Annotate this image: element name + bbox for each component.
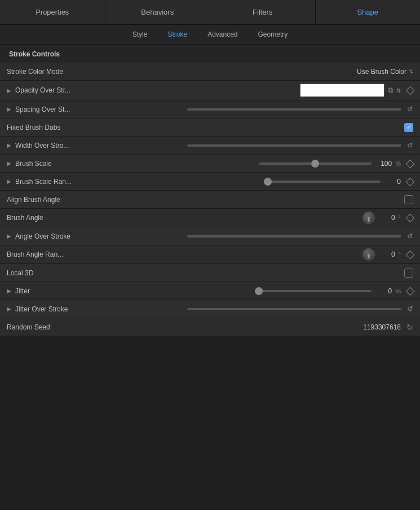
align-brush-angle-checkbox[interactable] — [404, 195, 413, 204]
keyframe-diamond-icon[interactable] — [406, 214, 413, 221]
random-seed-value: 1193307618 — [363, 323, 401, 331]
local-3d-checkbox[interactable] — [404, 269, 413, 278]
jitter-thumb[interactable] — [255, 287, 263, 295]
copy-icon[interactable]: ⧉ — [388, 86, 393, 95]
brush-scale-slider[interactable] — [259, 162, 372, 165]
fixed-brush-dabs-control[interactable]: ✓ — [105, 123, 413, 132]
width-slider[interactable] — [187, 144, 401, 147]
expand-arrow-icon[interactable]: ▶ — [7, 142, 12, 148]
chevron-updown-icon: ⇅ — [409, 68, 413, 74]
brush-scale-range-slider[interactable] — [268, 181, 381, 183]
keyframe-diamond-icon[interactable] — [406, 251, 413, 258]
random-seed-row: Random Seed 1193307618 ↻ — [0, 318, 420, 336]
brush-scale-label: ▶ Brush Scale — [7, 160, 105, 168]
expand-arrow-icon[interactable]: ▶ — [7, 288, 12, 294]
jitter-over-stroke-label: ▶ Jitter Over Stroke — [7, 305, 105, 313]
refresh-icon[interactable]: ↻ — [406, 323, 413, 332]
opacity-color-swatch[interactable] — [300, 83, 384, 97]
subtab-style[interactable]: Style — [130, 29, 150, 39]
reset-icon[interactable]: ↺ — [407, 305, 413, 313]
jitter-row: ▶ Jitter 0 % — [0, 282, 420, 300]
brush-angle-range-dial[interactable] — [362, 248, 375, 261]
keyframe-diamond-icon[interactable] — [406, 178, 413, 185]
brush-scale-range-control: 0 — [105, 178, 413, 186]
spacing-over-stroke-label: ▶ Spacing Over St... — [7, 105, 105, 113]
tab-shape[interactable]: Shape — [316, 0, 421, 24]
angle-over-stroke-slider[interactable] — [187, 235, 401, 238]
jitter-unit: % — [395, 288, 401, 294]
local-3d-row: Local 3D — [0, 264, 420, 282]
expand-arrow-icon[interactable]: ▶ — [7, 233, 12, 239]
brush-scale-range-value: 0 — [384, 178, 401, 186]
expand-arrow-icon[interactable]: ▶ — [7, 178, 12, 184]
brush-scale-thumb[interactable] — [311, 160, 319, 168]
random-seed-label: Random Seed — [7, 323, 105, 331]
keyframe-diamond-icon[interactable] — [406, 288, 413, 294]
brush-angle-range-row: Brush Angle Ran... 0 ° — [0, 245, 420, 264]
subtab-stroke[interactable]: Stroke — [165, 29, 189, 39]
brush-scale-range-thumb[interactable] — [264, 178, 272, 186]
section-header: Stroke Controls — [0, 45, 420, 63]
jitter-slider[interactable] — [259, 290, 372, 292]
keyframe-diamond-icon[interactable] — [406, 160, 413, 167]
brush-angle-label: Brush Angle — [7, 214, 105, 222]
brush-scale-unit: % — [395, 160, 401, 167]
opacity-over-stroke-label: ▶ Opacity Over Str... — [7, 86, 105, 94]
width-over-stroke-row: ▶ Width Over Stro... ↺ — [0, 137, 420, 155]
jitter-over-stroke-row: ▶ Jitter Over Stroke ↺ — [0, 300, 420, 318]
jitter-label: ▶ Jitter — [7, 287, 105, 295]
expand-arrow-icon[interactable]: ▶ — [7, 106, 12, 112]
brush-angle-control: 0 ° — [105, 212, 413, 224]
reset-icon[interactable]: ↺ — [407, 105, 413, 113]
angle-over-stroke-row: ▶ Angle Over Stroke ↺ — [0, 227, 420, 245]
jitter-over-stroke-control: ↺ — [105, 305, 413, 313]
reset-icon[interactable]: ↺ — [407, 232, 413, 240]
swatch-chevron-icon[interactable]: ⇅ — [396, 87, 401, 94]
brush-angle-range-label: Brush Angle Ran... — [7, 250, 105, 258]
jitter-value: 0 — [375, 287, 392, 295]
jitter-control: 0 % — [105, 287, 413, 295]
stroke-controls-panel: Stroke Color Mode Use Brush Color ⇅ ▶ Op… — [0, 63, 420, 336]
tab-properties[interactable]: Properties — [0, 0, 105, 24]
keyframe-diamond-icon[interactable] — [406, 87, 413, 94]
spacing-over-stroke-row: ▶ Spacing Over St... ↺ — [0, 100, 420, 118]
width-over-stroke-label: ▶ Width Over Stro... — [7, 142, 105, 150]
brush-scale-row: ▶ Brush Scale 100 % — [0, 155, 420, 173]
spacing-slider[interactable] — [187, 108, 401, 111]
align-brush-angle-control[interactable] — [105, 195, 413, 204]
stroke-color-mode-row: Stroke Color Mode Use Brush Color ⇅ — [0, 63, 420, 81]
align-brush-angle-label: Align Brush Angle — [7, 196, 105, 204]
brush-angle-range-unit: ° — [399, 251, 401, 258]
local-3d-control[interactable] — [105, 269, 413, 278]
brush-angle-unit: ° — [399, 214, 401, 221]
width-over-stroke-control: ↺ — [105, 141, 413, 150]
brush-angle-range-control: 0 ° — [105, 248, 413, 261]
opacity-over-stroke-row: ▶ Opacity Over Str... ⧉ ⇅ — [0, 81, 420, 100]
angle-over-stroke-control: ↺ — [105, 232, 413, 240]
opacity-over-stroke-control: ⧉ ⇅ — [105, 83, 413, 97]
brush-scale-range-row: ▶ Brush Scale Ran... 0 — [0, 173, 420, 191]
brush-angle-range-value: 0 — [378, 250, 395, 258]
tab-behaviors[interactable]: Behaviors — [105, 0, 211, 24]
expand-arrow-icon[interactable]: ▶ — [7, 87, 12, 94]
sub-tabs-bar: Style Stroke Advanced Geometry — [0, 25, 420, 45]
expand-arrow-icon[interactable]: ▶ — [7, 306, 12, 312]
brush-angle-dial[interactable] — [362, 212, 375, 224]
stroke-color-mode-label: Stroke Color Mode — [7, 68, 105, 76]
angle-over-stroke-label: ▶ Angle Over Stroke — [7, 232, 105, 240]
local-3d-label: Local 3D — [7, 269, 105, 277]
stroke-color-mode-dropdown[interactable]: Use Brush Color ⇅ — [357, 68, 413, 76]
expand-arrow-icon[interactable]: ▶ — [7, 160, 12, 166]
random-seed-control: 1193307618 ↻ — [105, 323, 413, 332]
brush-scale-control: 100 % — [105, 160, 413, 168]
fixed-brush-dabs-checkbox[interactable]: ✓ — [404, 123, 413, 132]
brush-angle-row: Brush Angle 0 ° — [0, 209, 420, 227]
subtab-geometry[interactable]: Geometry — [256, 29, 290, 39]
stroke-color-mode-control[interactable]: Use Brush Color ⇅ — [105, 68, 413, 76]
brush-scale-range-label: ▶ Brush Scale Ran... — [7, 178, 105, 186]
tab-filters[interactable]: Filters — [210, 0, 316, 24]
jitter-over-stroke-slider[interactable] — [187, 308, 401, 310]
reset-icon[interactable]: ↺ — [407, 141, 413, 150]
top-tabs-bar: Properties Behaviors Filters Shape — [0, 0, 420, 25]
subtab-advanced[interactable]: Advanced — [205, 29, 240, 39]
